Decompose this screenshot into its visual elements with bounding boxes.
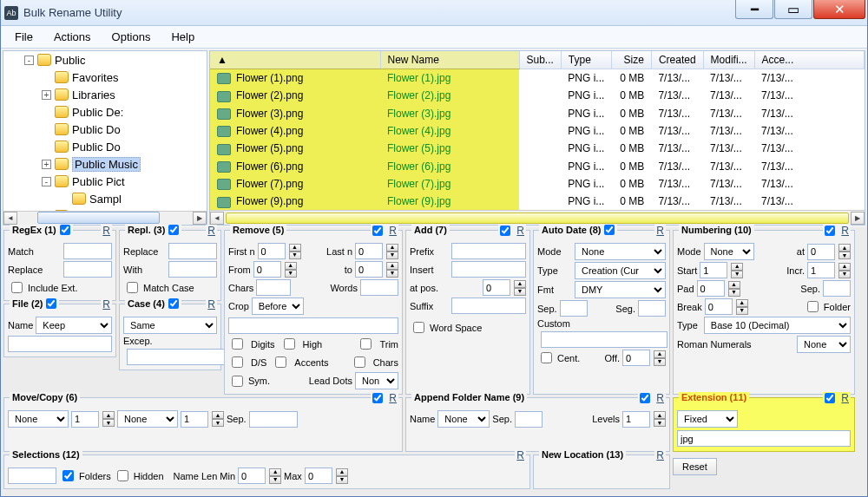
add-insert[interactable]	[451, 261, 526, 278]
sel-folders[interactable]	[62, 470, 74, 481]
autodate-type[interactable]: Creation (Cur	[575, 262, 666, 279]
appendfolder-reset[interactable]: R	[656, 392, 664, 404]
num-break[interactable]	[705, 298, 733, 315]
mc-n2[interactable]	[181, 411, 208, 428]
file-reset[interactable]: R	[102, 298, 110, 311]
ext-value[interactable]	[677, 430, 851, 447]
extension-reset[interactable]: R	[841, 392, 849, 404]
remove-to[interactable]	[355, 261, 383, 278]
num-folder[interactable]	[807, 301, 819, 312]
file-list[interactable]: ▲ New Name Sub... Type Size Created Modi…	[209, 50, 865, 226]
remove-reset[interactable]: R	[389, 225, 397, 237]
case-enable[interactable]	[168, 298, 179, 309]
file-row[interactable]: Flower (9).pngFlower (9).jpgPNG i...0 MB…	[210, 193, 865, 210]
autodate-sep[interactable]	[560, 300, 588, 317]
regex-match-input[interactable]	[63, 243, 112, 259]
num-mode[interactable]: None	[704, 243, 754, 260]
add-enable[interactable]	[500, 226, 510, 236]
remove-crop-text[interactable]	[228, 317, 398, 334]
add-atpos[interactable]	[483, 279, 510, 296]
case-select[interactable]: Same	[123, 317, 217, 334]
autodate-fmt[interactable]: DMY	[575, 281, 666, 298]
tree-node[interactable]: Public De:	[24, 103, 207, 121]
remove-chars[interactable]	[256, 279, 291, 296]
tree-expand-icon[interactable]	[42, 108, 51, 117]
add-prefix[interactable]	[451, 243, 526, 259]
numbering-reset[interactable]: R	[841, 225, 849, 237]
file-row[interactable]: Flower (6).pngFlower (6).jpgPNG i...0 MB…	[210, 158, 865, 175]
remove-crop[interactable]: Before	[252, 298, 304, 315]
remove-high[interactable]	[284, 338, 295, 350]
repl-enable[interactable]	[168, 225, 179, 235]
repl-matchcase[interactable]	[127, 282, 138, 293]
tree-node[interactable]: Favorites	[24, 69, 207, 86]
autodate-enable[interactable]	[604, 225, 615, 235]
col-type[interactable]: Type	[561, 51, 611, 69]
remove-sym[interactable]	[232, 376, 243, 387]
tree-expand-icon[interactable]: +	[42, 160, 51, 169]
sel-max[interactable]	[305, 468, 332, 484]
num-type[interactable]: Base 10 (Decimal)	[704, 317, 851, 334]
col-name[interactable]: ▲	[210, 51, 380, 69]
num-sep[interactable]	[823, 280, 851, 297]
menu-actions[interactable]: Actions	[45, 27, 100, 47]
tree-expand-icon[interactable]: -	[24, 56, 34, 65]
add-reset[interactable]: R	[516, 225, 524, 237]
regex-replace-input[interactable]	[63, 261, 112, 278]
regex-enable[interactable]	[60, 225, 70, 235]
num-at[interactable]	[807, 244, 835, 260]
file-row[interactable]: Flower (1).pngFlower (1).jpgPNG i...0 MB…	[210, 69, 865, 88]
tree-node[interactable]: -Public Pict	[24, 173, 207, 190]
maximize-button[interactable]: ▭	[774, 0, 812, 19]
repl-reset[interactable]: R	[207, 225, 215, 237]
tree-scrollbar[interactable]: ◄▶	[3, 211, 207, 225]
extension-enable[interactable]	[825, 393, 835, 403]
mc-select1[interactable]: None	[8, 410, 69, 428]
num-incr[interactable]	[807, 262, 835, 278]
file-row[interactable]: Flower (3).pngFlower (3).jpgPNG i...0 MB…	[210, 105, 865, 122]
add-wordspace[interactable]	[413, 322, 424, 333]
appendfolder-enable[interactable]	[640, 393, 650, 403]
num-start[interactable]	[700, 262, 727, 278]
afn-name[interactable]: None	[437, 410, 490, 428]
selections-reset[interactable]: R	[516, 449, 524, 461]
repl-with-input[interactable]	[168, 261, 217, 278]
sel-min[interactable]	[238, 468, 266, 484]
movecopy-reset[interactable]: R	[389, 392, 397, 404]
regex-reset[interactable]: R	[102, 225, 110, 237]
remove-ds[interactable]	[232, 356, 243, 368]
autodate-reset[interactable]: R	[656, 225, 664, 237]
num-pad[interactable]	[697, 280, 725, 297]
tree-expand-icon[interactable]	[42, 142, 51, 152]
case-reset[interactable]: R	[207, 298, 215, 311]
mc-select2[interactable]: None	[117, 410, 178, 428]
autodate-seg[interactable]	[638, 300, 666, 317]
menu-file[interactable]: File	[6, 27, 42, 47]
afn-levels[interactable]	[622, 411, 650, 428]
col-created[interactable]: Created	[651, 51, 703, 69]
col-modified[interactable]: Modifi...	[703, 51, 754, 69]
file-row[interactable]: Flower (5).pngFlower (5).jpgPNG i...0 MB…	[210, 140, 865, 157]
remove-digits[interactable]	[232, 338, 243, 350]
tree-node[interactable]: Public Do	[24, 138, 207, 155]
numbering-enable[interactable]	[825, 226, 835, 236]
sel-filter[interactable]	[8, 468, 56, 484]
folder-tree[interactable]: -PublicFavorites+LibrariesPublic De:Publ…	[3, 50, 207, 226]
minimize-button[interactable]: ━	[735, 0, 773, 19]
remove-chars-ck[interactable]	[354, 356, 365, 368]
tree-expand-icon[interactable]: -	[42, 177, 51, 186]
num-roman[interactable]: None	[797, 336, 851, 353]
sel-hidden[interactable]	[117, 470, 128, 481]
regex-includeext[interactable]	[11, 282, 23, 293]
mc-n1[interactable]	[71, 411, 99, 428]
close-button[interactable]: ✕	[813, 0, 865, 19]
menu-help[interactable]: Help	[162, 27, 203, 47]
col-accessed[interactable]: Acce...	[754, 51, 864, 69]
autodate-off[interactable]	[622, 350, 650, 366]
reset-button[interactable]: Reset	[673, 458, 717, 475]
file-row[interactable]: Flower (7).pngFlower (7).jpgPNG i...0 MB…	[210, 175, 865, 193]
remove-leaddots[interactable]: Non	[355, 372, 398, 389]
autodate-custom[interactable]	[541, 331, 667, 348]
tree-expand-icon[interactable]	[42, 125, 51, 134]
remove-lastn[interactable]	[355, 243, 383, 259]
